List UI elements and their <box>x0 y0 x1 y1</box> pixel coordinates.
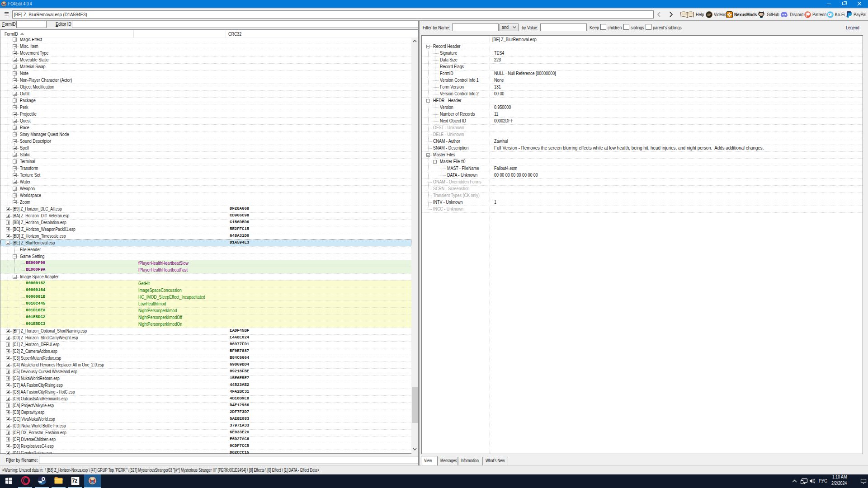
svg-text:GP: GP <box>707 13 712 16</box>
